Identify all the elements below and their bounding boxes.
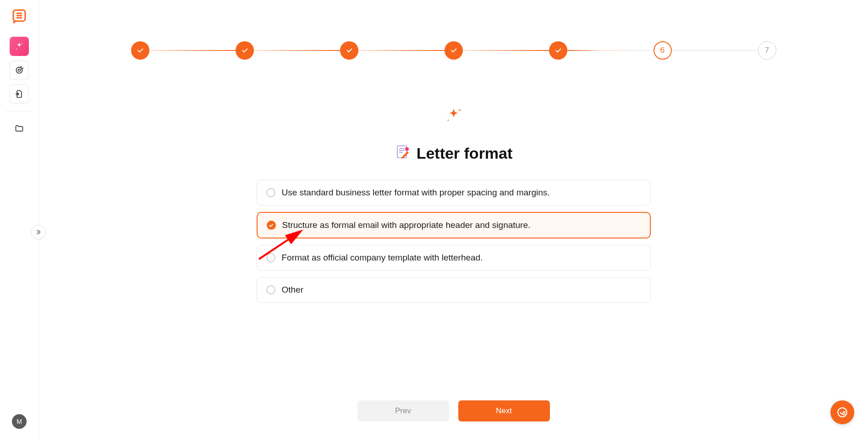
sidebar-nav-sparkle[interactable] xyxy=(10,37,29,56)
svg-point-2 xyxy=(16,49,17,50)
option-standard-letter[interactable]: Use standard business letter format with… xyxy=(257,180,651,205)
option-label: Other xyxy=(282,285,304,295)
step-line xyxy=(672,50,758,51)
svg-point-3 xyxy=(16,67,22,73)
page-body: Letter format Use standard business lett… xyxy=(257,105,651,303)
sidebar-nav-file-import[interactable] xyxy=(10,84,29,104)
svg-point-9 xyxy=(405,147,409,151)
radio-icon xyxy=(267,221,276,230)
options-list: Use standard business letter format with… xyxy=(257,180,651,303)
step-6[interactable]: 6 xyxy=(654,41,672,60)
option-label: Use standard business letter format with… xyxy=(282,188,550,198)
svg-point-4 xyxy=(18,69,21,72)
wizard-footer: Prev Next xyxy=(357,400,550,421)
option-other[interactable]: Other xyxy=(257,277,651,303)
svg-point-1 xyxy=(22,43,22,44)
sidebar-divider xyxy=(5,111,33,111)
step-line xyxy=(254,50,340,51)
radio-icon xyxy=(266,253,275,262)
help-button[interactable] xyxy=(830,400,854,424)
page-title: Letter format xyxy=(417,144,513,162)
document-edit-icon xyxy=(395,144,411,162)
option-company-template[interactable]: Format as official company template with… xyxy=(257,245,651,271)
step-5[interactable] xyxy=(549,41,567,60)
option-formal-email[interactable]: Structure as formal email with appropria… xyxy=(257,212,651,238)
sidebar-nav-target[interactable] xyxy=(10,61,29,80)
main-content: 6 7 xyxy=(39,0,868,438)
step-line xyxy=(463,50,549,51)
option-label: Structure as formal email with appropria… xyxy=(282,220,531,230)
avatar[interactable]: M xyxy=(12,414,27,429)
next-button[interactable]: Next xyxy=(458,400,550,421)
prev-button[interactable]: Prev xyxy=(357,400,449,421)
option-label: Format as official company template with… xyxy=(282,253,483,263)
radio-icon xyxy=(266,285,275,294)
step-line xyxy=(358,50,445,51)
step-line xyxy=(149,50,236,51)
step-3[interactable] xyxy=(340,41,358,60)
wizard-stepper: 6 7 xyxy=(131,41,776,60)
sidebar-nav-folder[interactable] xyxy=(10,119,29,138)
step-2[interactable] xyxy=(236,41,254,60)
step-7[interactable]: 7 xyxy=(758,41,776,60)
app-logo[interactable] xyxy=(11,8,28,26)
step-4[interactable] xyxy=(445,41,463,60)
radio-icon xyxy=(266,188,275,197)
step-line xyxy=(567,50,654,51)
sparkle-icon xyxy=(443,105,465,129)
step-1[interactable] xyxy=(131,41,149,60)
sidebar: M xyxy=(0,0,39,438)
